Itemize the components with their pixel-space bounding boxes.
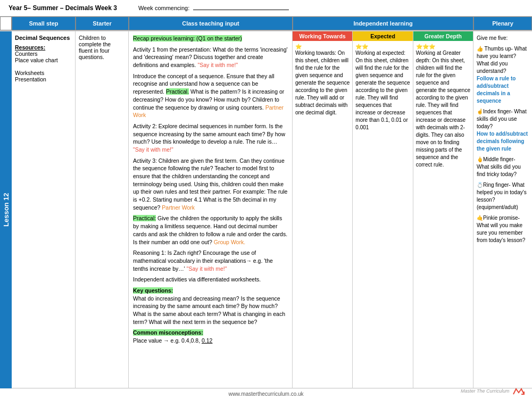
- group-work: Group Work.: [214, 239, 245, 245]
- week-line: [193, 10, 289, 10]
- greater-depth-section: Greater Depth ⭐⭐⭐ Working at Greater dep…: [413, 31, 473, 388]
- teaching-column: Recap previous learning: (Q1 on the star…: [129, 31, 293, 388]
- col-header-plenary: Plenary: [473, 16, 532, 30]
- col-header-starter: Starter: [76, 16, 129, 30]
- column-headers: Small step Starter Class teaching input …: [0, 16, 532, 31]
- small-step-title: Decimal Sequences: [15, 35, 72, 41]
- plenary-thumb-blue: Follow a rule to add/subtract decimals i…: [477, 76, 516, 104]
- practical-2-label: Practical:: [133, 215, 156, 221]
- expected-section: Expected ⭐⭐ Working at expected: On this…: [353, 31, 413, 388]
- key-questions-label: Key questions:: [133, 287, 173, 294]
- starter-column: Children to complete the fluent in four …: [76, 31, 129, 388]
- plenary-thumb: 👍 Thumbs up- What have you learnt? What …: [477, 45, 529, 105]
- resources-section: Resources: Counters Place value chart Wo…: [15, 44, 72, 82]
- teaching-activity2: Introduce the concept of a sequence. Ens…: [133, 72, 288, 119]
- col-header-independent: Independent learning: [293, 16, 473, 30]
- working-towards-section: Working Towards ⭐ Working towards: On th…: [293, 31, 353, 388]
- footer-logo: Master The Curriculum: [461, 386, 527, 397]
- teaching-activity4: Activity 3: Children are given the first…: [133, 157, 288, 212]
- plenary-ring: 💍Ring finger- What helped you in today's…: [477, 181, 529, 211]
- resource-2: Place value chart: [15, 57, 58, 63]
- footer: www.masterthecurriculum.co.uk Master The…: [0, 388, 532, 399]
- week-commencing-label: Week commencing:: [138, 5, 289, 11]
- say-it-1: "Say it with me!": [197, 62, 238, 68]
- expected-stars: ⭐⭐: [355, 44, 410, 49]
- document-title: Year 5– Summer – Decimals Week 3: [9, 4, 117, 12]
- teaching-misconceptions: Common misconceptions: Place value → e.g…: [133, 329, 288, 344]
- col-header-small-step: Small step: [12, 16, 76, 30]
- practical-1: Practical.: [166, 88, 189, 95]
- footer-url: www.masterthecurriculum.co.uk: [228, 391, 303, 397]
- lesson-label: Lesson 12: [0, 31, 12, 388]
- resources-label: Resources:: [15, 44, 45, 51]
- greater-depth-stars: ⭐⭐⭐: [416, 44, 470, 49]
- top-header: Year 5– Summer – Decimals Week 3 Week co…: [0, 0, 532, 16]
- resource-3: Worksheets: [15, 70, 44, 76]
- say-it-3: "Say it with me!": [187, 265, 227, 272]
- col-header-teaching: Class teaching input: [129, 16, 293, 30]
- plenary-pinkie: 🤙Pinkie promise- What will you make sure…: [477, 214, 529, 244]
- working-towards-text: Working towards: On this sheet, children…: [295, 49, 350, 117]
- say-it-2: "Say it with me!": [133, 146, 173, 153]
- starter-text: Children to complete the fluent in four …: [79, 35, 111, 60]
- greater-depth-text: Working at Greater depth: On this sheet,…: [416, 49, 470, 169]
- plenary-intro: Give me five:: [477, 35, 529, 42]
- teaching-activity1: Activity 1 from the presentation: What d…: [133, 46, 288, 69]
- resource-1: Counters: [15, 51, 38, 57]
- teaching-activity3: Activity 2: Explore decimal sequences in…: [133, 122, 288, 154]
- teaching-independent: Independent activities via differentiate…: [133, 276, 288, 284]
- expected-header: Expected: [353, 31, 412, 41]
- independent-column: Working Towards ⭐ Working towards: On th…: [293, 31, 473, 388]
- partner-work-2: Partner Work: [162, 204, 195, 211]
- teaching-reasoning: Reasoning 1: Is Zach right? Encourage th…: [133, 249, 288, 272]
- working-towards-stars: ⭐: [295, 44, 350, 49]
- greater-depth-header: Greater Depth: [413, 31, 473, 41]
- misconceptions-label: Common misconceptions:: [133, 329, 203, 336]
- plenary-middle: 🖕Middle finger- What skills did you find…: [477, 156, 529, 178]
- resource-4: Presentation: [15, 76, 46, 82]
- teaching-recap: Recap previous learning: (Q1 on the star…: [133, 35, 288, 43]
- footer-logo-icon: [511, 386, 527, 397]
- plenary-index-blue: How to add/subtract decimals following t…: [477, 131, 528, 152]
- plenary-index: ☝Index finger- What skills did you use t…: [477, 108, 529, 153]
- working-towards-header: Working Towards: [293, 31, 352, 41]
- page: Year 5– Summer – Decimals Week 3 Week co…: [0, 0, 532, 399]
- teaching-practical2: Practical: Give the children the opportu…: [133, 214, 288, 246]
- plenary-column: Give me five: 👍 Thumbs up- What have you…: [473, 31, 532, 388]
- teaching-key-questions: Key questions: What do increasing and de…: [133, 287, 288, 326]
- misconceptions-text: Place value → e.g. 0.4,0.8, 0.12: [133, 337, 212, 344]
- small-step-column: Decimal Sequences Resources: Counters Pl…: [12, 31, 76, 388]
- content-row: Lesson 12 Decimal Sequences Resources: C…: [0, 31, 532, 388]
- expected-text: Working at expected: On this sheet, chil…: [355, 49, 410, 131]
- recap-highlight: Recap previous learning: (Q1 on the star…: [133, 35, 242, 41]
